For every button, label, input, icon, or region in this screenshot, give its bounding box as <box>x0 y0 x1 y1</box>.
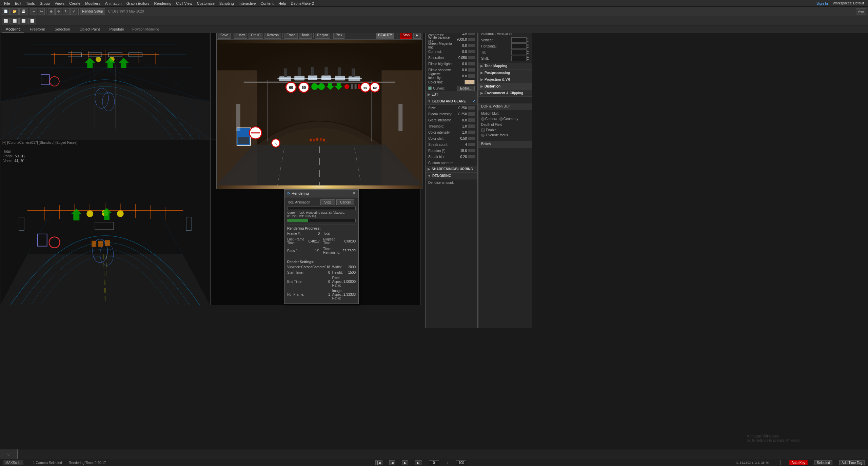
tab-selection[interactable]: Selection <box>51 26 73 33</box>
save-btn[interactable]: 💾 <box>19 8 27 15</box>
tone-mapping-toggle[interactable]: ▶ Tone Mapping <box>478 63 532 70</box>
menu-edit[interactable]: Edit <box>13 1 23 6</box>
end-frame-input[interactable] <box>456 460 466 465</box>
open-btn[interactable]: 📂 <box>11 8 19 15</box>
shift-down-icon[interactable]: ▼ <box>527 58 529 61</box>
menu-animation[interactable]: Animation <box>103 1 124 6</box>
rotation-slider[interactable] <box>468 149 475 152</box>
viewport-bottom-left[interactable]: [+] [CoronaCamera017] [Standard] [Edged … <box>0 139 210 305</box>
menu-interactive[interactable]: Interactive <box>237 1 258 6</box>
vertical-down-icon[interactable]: ▼ <box>527 40 529 43</box>
menu-help[interactable]: Help <box>276 1 288 6</box>
add-time-tag-btn[interactable]: Add Time Tag <box>839 460 865 465</box>
prev-frame-btn[interactable]: |◀ <box>375 460 382 465</box>
sub-btn2[interactable]: ⬜ <box>11 18 19 24</box>
menu-modifiers[interactable]: Modifiers <box>83 1 102 6</box>
green-magenta-slider[interactable] <box>468 44 475 47</box>
rendering-close-btn[interactable]: ✕ <box>352 191 356 196</box>
tilt-up-icon[interactable]: ▲ <box>527 49 529 52</box>
move-btn[interactable]: ✛ <box>55 8 62 15</box>
filmic-shadows-slider[interactable] <box>468 68 475 72</box>
sub-btn1[interactable]: ⬜ <box>2 18 10 24</box>
rendering-cancel-btn[interactable]: Cancel <box>336 199 354 205</box>
motion-blur-camera-radio[interactable] <box>481 117 485 121</box>
lut-section-toggle[interactable]: ▶ LUT <box>426 91 477 98</box>
menu-views[interactable]: Views <box>53 1 66 6</box>
tab-populate[interactable]: Populate <box>106 26 127 33</box>
vignette-slider[interactable] <box>468 74 475 78</box>
next-frame-btn[interactable]: ▶| <box>415 460 422 465</box>
sub-btn4[interactable]: ⬜ <box>28 18 36 24</box>
bloom-intensity-slider[interactable] <box>468 112 475 116</box>
play-back-btn[interactable]: ◀ <box>389 460 395 465</box>
bloom-glare-toggle[interactable]: ▼ BLOOM AND GLARE ✓ <box>426 98 477 105</box>
menu-tools[interactable]: Tools <box>24 1 37 6</box>
menu-civil-view[interactable]: Civil View <box>174 1 194 6</box>
horizontal-down-icon[interactable]: ▼ <box>527 46 529 49</box>
override-focus-radio[interactable] <box>481 134 485 137</box>
sign-in-btn[interactable]: Sign In <box>814 1 830 6</box>
menu-group[interactable]: Group <box>37 1 52 6</box>
menu-file[interactable]: File <box>2 1 12 6</box>
streak-blur-slider[interactable] <box>468 155 475 158</box>
denoising-toggle[interactable]: ▼ DENOISING <box>426 173 477 179</box>
color-shift-slider[interactable] <box>468 137 475 140</box>
curves-checkbox[interactable] <box>428 86 432 90</box>
timeline-cursor[interactable] <box>17 449 18 459</box>
postprocessing-toggle[interactable]: ▶ Postprocessing <box>478 70 532 76</box>
vertical-up-icon[interactable]: ▲ <box>527 37 529 40</box>
distortion-toggle[interactable]: ▶ Distortion <box>478 83 532 90</box>
tilt-input[interactable] <box>511 50 527 55</box>
current-frame-input[interactable] <box>429 460 439 465</box>
bg-size-slider[interactable] <box>468 106 475 110</box>
glare-intensity-slider[interactable] <box>468 118 475 122</box>
sub-btn3[interactable]: ⬜ <box>19 18 27 24</box>
play-btn[interactable]: ▶ <box>402 460 408 465</box>
environment-clipping-toggle[interactable]: ▶ Environment & Clipping <box>478 90 532 97</box>
rotate-btn[interactable]: ↻ <box>63 8 70 15</box>
tab-modeling[interactable]: Modeling <box>2 26 24 33</box>
saturation-slider[interactable] <box>468 56 475 59</box>
tab-freeform[interactable]: Freeform <box>27 26 49 33</box>
tab-object-paint[interactable]: Object Paint <box>76 26 103 33</box>
select-btn[interactable]: ⊕ <box>48 8 55 15</box>
projection-vr-toggle[interactable]: ▶ Projection & VR <box>478 76 532 83</box>
menu-graph-editors[interactable]: Graph Editors <box>124 1 152 6</box>
filmic-highlights-label: Filmic highlights: <box>428 62 453 66</box>
contrast-slider[interactable] <box>468 50 475 53</box>
shift-up-icon[interactable]: ▲ <box>527 55 529 58</box>
color-tint-swatch[interactable] <box>465 80 475 84</box>
render-setup-btn[interactable]: Render Setup <box>80 8 105 15</box>
horizontal-input[interactable] <box>511 43 527 49</box>
vertical-input[interactable] <box>511 37 527 43</box>
menu-content[interactable]: Content <box>258 1 276 6</box>
white-balance-slider[interactable] <box>468 38 475 41</box>
tilt-down-icon[interactable]: ▼ <box>527 52 529 55</box>
menu-rendering[interactable]: Rendering <box>152 1 174 6</box>
menu-create[interactable]: Create <box>67 1 82 6</box>
threshold-slider[interactable] <box>468 124 475 128</box>
redo-btn[interactable]: ↪ <box>38 8 45 15</box>
menu-debrismaker[interactable]: DebrisMaker2 <box>289 1 316 6</box>
scale-btn[interactable]: ⤢ <box>70 8 77 15</box>
menu-customize[interactable]: Customize <box>195 1 217 6</box>
undo-btn[interactable]: ↩ <box>31 8 37 15</box>
curves-editor-btn[interactable]: Editor... <box>457 86 475 91</box>
timeline-bar[interactable]: 0 <box>0 449 868 459</box>
menu-scripting[interactable]: Scripting <box>217 1 236 6</box>
color-intensity-slider[interactable] <box>468 131 475 134</box>
current-task-progress <box>287 219 356 222</box>
coord-btn[interactable]: View <box>856 8 866 15</box>
rendering-stop-btn[interactable]: Stop <box>320 199 335 205</box>
new-btn[interactable]: 📄 <box>2 8 10 15</box>
auto-key-btn[interactable]: Auto Key <box>789 460 808 465</box>
workspaces-btn[interactable]: Workspaces: Default <box>831 1 866 6</box>
dof-enable-checkbox[interactable] <box>481 129 485 132</box>
horizontal-up-icon[interactable]: ▲ <box>527 43 529 46</box>
streak-count-slider[interactable] <box>468 143 475 146</box>
selected-btn[interactable]: Selected <box>814 460 832 465</box>
motion-blur-geometry-radio[interactable] <box>499 117 503 121</box>
shift-input[interactable] <box>511 56 527 61</box>
filmic-highlights-slider[interactable] <box>468 62 475 65</box>
sharpening-toggle[interactable]: ▶ SHARPENING/BLURRING <box>426 166 477 173</box>
